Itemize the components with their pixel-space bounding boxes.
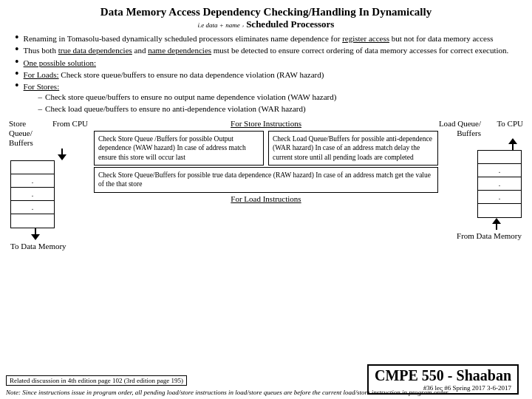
check-box-raw: Check Store Queue/Buffers for possible t…	[94, 167, 438, 193]
bullet-text-4: For Loads: Check store queue/buffers to …	[24, 69, 324, 80]
bullet-3: • One possible solution:	[15, 58, 523, 68]
bullet-dot-2: •	[15, 44, 19, 55]
sub-text-1: Check store queue/buffers to ensure no o…	[45, 92, 336, 102]
sq-row-2: .	[11, 188, 54, 201]
lq-row-3: .	[478, 191, 521, 204]
store-queue-label: Store Queue/Buffers	[9, 119, 50, 149]
bullet-list: • Renaming in Tomasolu-based dynamically…	[9, 33, 523, 115]
sq-row-0	[11, 161, 54, 174]
boxes-row: Check Store Queue /Buffers for possible …	[94, 131, 438, 166]
store-queue-box: . . .	[10, 160, 55, 228]
bullet-text-1: Renaming in Tomasolu-based dynamically s…	[24, 33, 494, 44]
for-store-label: For Store Instructions	[231, 119, 301, 128]
right-section: Load Queue/Buffers To CPU . . .	[438, 119, 523, 250]
right-top-row: Load Queue/Buffers To CPU	[438, 119, 523, 138]
check-box-war: Check Load Queue/Buffers for possible an…	[268, 131, 438, 166]
left-top-row: Store Queue/Buffers From CPU	[9, 119, 94, 149]
arrow-from-data-memory	[492, 218, 501, 230]
center-section: For Store Instructions Check Store Queue…	[94, 119, 438, 250]
bullet-5: • For Stores: – Check store queue/buffer…	[15, 81, 523, 115]
to-cpu-label: To CPU	[497, 119, 523, 138]
check-box-waw: Check Store Queue /Buffers for possible …	[94, 131, 264, 166]
title-line2: Scheduled Processors	[246, 18, 334, 30]
bullet-2: • Thus both true data dependencies and n…	[15, 45, 523, 55]
sq-row-3: .	[11, 201, 54, 214]
sub-text-2: Check load queue/buffers to ensure no an…	[45, 103, 306, 114]
from-cpu-label: From CPU	[52, 119, 88, 149]
related-note: Related discussion in 4th edition page 1…	[6, 375, 187, 386]
load-queue-box: . . .	[477, 150, 522, 218]
sub-item-1: – Check store queue/buffers to ensure no…	[38, 92, 337, 102]
sq-row-1: .	[11, 174, 54, 188]
slide-container: Data Memory Access Dependency Checking/H…	[0, 0, 532, 399]
bullet-dot-4: •	[15, 68, 19, 80]
bullet-dot-5: •	[15, 80, 19, 92]
bullet-4: • For Loads: Check store queue/buffers t…	[15, 69, 523, 80]
bullet-text-2: Thus both true data dependencies and nam…	[24, 45, 509, 55]
bullet-dot-3: •	[15, 56, 19, 68]
sub-item-2: – Check load queue/buffers to ensure no …	[38, 103, 337, 114]
cmpe-sub: #36 lec #6 Spring 2017 3-6-2017	[375, 384, 511, 392]
from-data-memory-label: From Data Memory	[457, 231, 522, 240]
to-data-memory-label: To Data Memory	[10, 242, 66, 250]
lq-row-2: .	[478, 177, 521, 191]
for-load-label: For Load Instructions	[231, 194, 301, 203]
title-block: Data Memory Access Dependency Checking/H…	[9, 6, 523, 30]
diagram-wrapper: Store Queue/Buffers From CPU . . .	[9, 119, 523, 250]
arrow-to-data-memory	[31, 228, 40, 240]
lq-row-4	[478, 204, 521, 217]
sq-row-4	[11, 214, 54, 228]
sub-list: – Check store queue/buffers to ensure no…	[24, 92, 337, 114]
dash-2: –	[38, 103, 43, 114]
left-section: Store Queue/Buffers From CPU . . .	[9, 119, 94, 250]
arrow-to-cpu	[508, 138, 517, 150]
title-line1: Data Memory Access Dependency Checking/H…	[9, 6, 523, 18]
cmpe-title: CMPE 550 - Shaaban	[375, 367, 511, 384]
cmpe-badge: CMPE 550 - Shaaban #36 lec #6 Spring 201…	[367, 364, 519, 395]
bullet-dot-1: •	[15, 32, 19, 44]
dash-1: –	[38, 92, 43, 102]
load-queue-label: Load Queue/Buffers	[438, 119, 481, 138]
ie-label: i.e data + name	[198, 21, 240, 29]
bullet-1: • Renaming in Tomasolu-based dynamically…	[15, 33, 523, 44]
arrow-from-cpu	[58, 149, 66, 160]
lq-row-0	[478, 151, 521, 164]
lq-row-1: .	[478, 164, 521, 177]
bullet-text-3: One possible solution:	[24, 58, 96, 68]
bullet-text-5: For Stores: – Check store queue/buffers …	[24, 81, 337, 115]
footer: Related discussion in 4th edition page 1…	[6, 375, 526, 398]
